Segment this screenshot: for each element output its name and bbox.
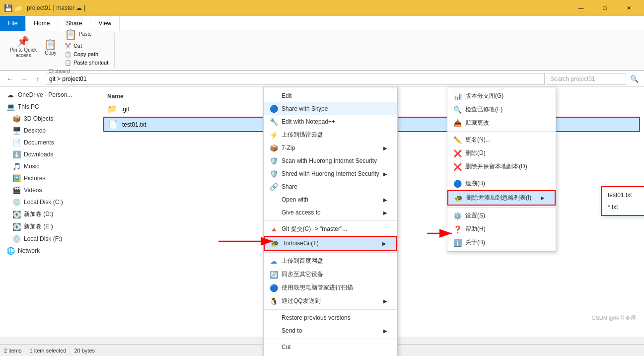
sub-delete[interactable]: ❌ 删除(D) <box>447 146 556 160</box>
sync-icon: 🔄 <box>270 271 278 279</box>
sub-blame[interactable]: 🔵 追溯(B) <box>447 177 556 190</box>
stash-icon: 📥 <box>453 119 461 127</box>
ctx-qq[interactable]: 🐧 通过QQ发送到 ▶ <box>264 294 397 308</box>
sidebar-item-pictures[interactable]: 🖼️ Pictures <box>0 172 99 184</box>
ignore-icon: 🐢 <box>454 194 462 202</box>
search-button[interactable]: 🔍 <box>628 73 640 85</box>
selected-count: 1 item selected <box>29 348 66 354</box>
sidebar-item-music[interactable]: 🎵 Music <box>0 160 99 172</box>
tortoisegit-icon: 🐢 <box>271 239 279 247</box>
file-name-git: .git <box>121 106 129 113</box>
videos-icon: 🎬 <box>12 186 21 194</box>
copy-path-button[interactable]: 📋 Copy path <box>63 51 110 58</box>
address-bar[interactable]: git > project01 <box>46 73 545 85</box>
sub-help[interactable]: ❓ 帮助(H) <box>447 222 556 236</box>
ctx-give-access[interactable]: Give access to ▶ <box>264 206 397 219</box>
ctx-xunlei[interactable]: ⚡ 上传到迅雷云盘 <box>264 128 397 142</box>
sidebar-item-thispc[interactable]: 💻 This PC <box>0 101 99 113</box>
back-button[interactable]: ← <box>4 73 16 85</box>
search-bar[interactable]: Search project01 <box>547 73 626 85</box>
tsub-sep3 <box>447 207 556 208</box>
ctx-open-with[interactable]: Open with ▶ <box>264 193 397 206</box>
main-layout: ☁ OneDrive - Person... 💻 This PC 📦 3D Ob… <box>0 87 644 337</box>
sub-delete-keep[interactable]: ❌ 删除并保留本地副本(D) <box>447 160 556 173</box>
ctx-restore-versions[interactable]: Restore previous versions <box>264 311 397 324</box>
sidebar-item-localf[interactable]: 💿 Local Disk (F:) <box>0 233 99 245</box>
search-placeholder: Search project01 <box>550 75 595 82</box>
sub-settings[interactable]: ⚙️ 设置(S) <box>447 209 556 222</box>
ignore-ext-item[interactable]: *.txt <box>602 201 644 213</box>
paste-icon: 📋 <box>65 28 77 40</box>
ribbon: File Home Share View 📌 Pin to Quick acce… <box>0 16 644 71</box>
skype-icon: 🔵 <box>270 105 278 113</box>
ctx-huorong-shred[interactable]: 🛡️ Shred with Huorong Internet Security … <box>264 167 397 180</box>
ctx-cut[interactable]: Cut <box>264 341 397 354</box>
file-icon-test01: 📄 <box>108 120 118 129</box>
paste-shortcut-button[interactable]: 📋 Paste shortcut <box>63 59 110 67</box>
save-icon: 💾 <box>4 4 12 12</box>
tsub-sep2 <box>447 175 556 175</box>
sidebar-item-localc[interactable]: 💿 Local Disk (C:) <box>0 196 99 208</box>
huorong-scan-icon: 🛡️ <box>270 157 278 165</box>
copy-button[interactable]: 📋 Copy <box>41 37 61 57</box>
lenovo-icon: 🔵 <box>270 284 278 292</box>
ctx-share-skype[interactable]: 🔵 Share with Skype <box>264 102 397 115</box>
sub-branchgraph[interactable]: 📊 版本分支图(G) <box>447 89 556 103</box>
sidebar-item-documents[interactable]: 📄 Documents <box>0 137 99 148</box>
pin-quick-access-button[interactable]: 📌 Pin to Quick access <box>8 34 39 59</box>
ignore-file-item[interactable]: test01.txt <box>602 189 644 201</box>
huorong-shred-arrow: ▶ <box>383 171 387 177</box>
desktop-icon: 🖥️ <box>12 127 21 135</box>
ctx-baidu[interactable]: ☁ 上传到百度网盘 <box>264 254 397 268</box>
sidebar-item-onedrive[interactable]: ☁ OneDrive - Person... <box>0 89 99 101</box>
baidu-icon: ☁ <box>270 257 278 265</box>
qq-icon: 🐧 <box>270 297 278 305</box>
up-button[interactable]: ↑ <box>32 73 44 85</box>
sidebar-item-vold[interactable]: 💽 新加卷 (D:) <box>0 208 99 220</box>
thispc-icon: 💻 <box>6 103 15 111</box>
sidebar-item-videos[interactable]: 🎬 Videos <box>0 184 99 196</box>
sidebar-item-desktop[interactable]: 🖥️ Desktop <box>0 125 99 137</box>
sub-stash[interactable]: 📥 贮藏更改 <box>447 116 556 130</box>
ctx-tortoisegit[interactable]: 🐢 TortoiseGit(T) ▶ <box>264 236 397 251</box>
openwith-icon <box>270 196 278 204</box>
ctx-sync[interactable]: 🔄 同步至其它设备 <box>264 268 397 281</box>
branchgraph-icon: 📊 <box>453 92 461 100</box>
ctx-edit[interactable]: Edit <box>264 89 397 102</box>
sidebar-item-3dobjects[interactable]: 📦 3D Objects <box>0 113 99 125</box>
sidebar-item-vole[interactable]: 💽 新加卷 (E:) <box>0 220 99 233</box>
forward-button[interactable]: → <box>18 73 30 85</box>
window-controls: — □ ✕ <box>570 0 640 16</box>
sub-about[interactable]: ℹ️ 关于(B) <box>447 236 556 249</box>
sendto-icon <box>270 327 278 335</box>
cut-button[interactable]: ✂️ Cut <box>63 42 110 50</box>
blame-icon: 🔵 <box>453 180 461 188</box>
sidebar-item-network[interactable]: 🌐 Network <box>0 245 99 257</box>
sub-ignore[interactable]: 🐢 删除并添加到忽略列表(I) ▶ <box>447 190 556 206</box>
sidebar-item-downloads[interactable]: ⬇️ Downloads <box>0 148 99 160</box>
xunlei-icon: ⚡ <box>270 131 278 139</box>
sub-checkmodified[interactable]: 🔍 检查已修改(F) <box>447 103 556 116</box>
ctx-lenovo[interactable]: 🔵 使用联想电脑管家进行扫描 <box>264 281 397 294</box>
maximize-button[interactable]: □ <box>593 0 616 16</box>
minimize-button[interactable]: — <box>570 0 592 16</box>
sub-rename[interactable]: ✏️ 更名(N)... <box>447 133 556 146</box>
ctx-7zip[interactable]: 📦 7-Zip ▶ <box>264 142 397 154</box>
checkmodified-icon: 🔍 <box>453 106 461 114</box>
close-button[interactable]: ✕ <box>617 0 640 16</box>
paste-button[interactable]: 📋 Paste <box>63 27 110 41</box>
help-icon: ❓ <box>453 225 461 233</box>
ctx-share[interactable]: 🔗 Share <box>264 180 397 193</box>
ctx-copy[interactable]: Copy <box>264 354 397 356</box>
localf-icon: 💿 <box>12 235 21 243</box>
copy-icon: 📋 <box>44 38 57 50</box>
ctx-notepadpp[interactable]: 🔧 Edit with Notepad++ <box>264 115 397 128</box>
ctx-git-commit[interactable]: 🔺 Git 提交(C) -> "master"... <box>264 222 397 236</box>
3dobjects-icon: 📦 <box>12 115 21 123</box>
paste-shortcut-icon: 📋 <box>65 60 72 66</box>
main-context-menu: Edit 🔵 Share with Skype 🔧 Edit with Note… <box>263 87 398 356</box>
ctx-huorong-scan[interactable]: 🛡️ Scan with Huorong Internet Security <box>264 154 397 167</box>
tsub-delete-icon: ❌ <box>453 149 461 157</box>
ctx-send-to[interactable]: Send to ▶ <box>264 324 397 337</box>
scissors-icon: ✂️ <box>65 43 72 49</box>
